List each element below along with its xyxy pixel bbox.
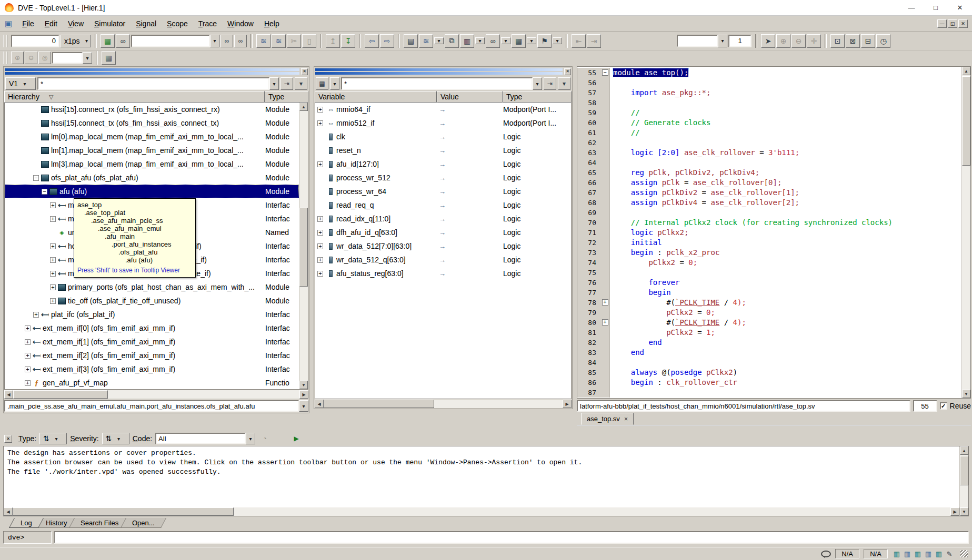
variable-row[interactable]: clk→Logic: [315, 130, 571, 144]
tree-row[interactable]: +⟷ext_mem_if[2] (ofs_fim_emif_axi_mm_if)…: [5, 349, 299, 362]
expand-icon[interactable]: +: [25, 366, 31, 372]
schematic-button[interactable]: ▦: [101, 34, 115, 48]
maximize-button[interactable]: □: [924, 0, 948, 15]
source-pane-button[interactable]: ▥: [460, 34, 474, 48]
tab-close-icon[interactable]: ×: [624, 415, 628, 423]
chevron-down-icon[interactable]: ▾: [533, 77, 542, 90]
wave-pane-dropdown[interactable]: ▾: [434, 37, 444, 44]
pin-button[interactable]: ⚑: [537, 34, 552, 48]
fold-expand-icon[interactable]: +: [602, 319, 608, 325]
scroll-thumb[interactable]: [299, 208, 308, 287]
scope-combo-input[interactable]: [677, 35, 718, 47]
find-next-button[interactable]: ∞: [221, 35, 233, 47]
tree-row[interactable]: +⟷ext_mem_if[1] (ofs_fim_emif_axi_mm_if)…: [5, 335, 299, 349]
value-arrow-icon[interactable]: →: [439, 229, 446, 237]
tree-row[interactable]: −afu (afu)Module: [5, 185, 299, 198]
resize-grip[interactable]: [960, 550, 968, 557]
expand-icon[interactable]: +: [317, 161, 323, 167]
code-line[interactable]: 79 pClkx2 = 0;: [577, 308, 961, 318]
expand-icon[interactable]: +: [25, 325, 31, 331]
mdi-minimize-button[interactable]: —: [937, 19, 947, 28]
tree-row[interactable]: lm[3].map_local_mem (map_fim_emif_axi_mm…: [5, 157, 299, 171]
tab-ase-top-sv[interactable]: ase_top.sv ×: [581, 413, 634, 425]
variable-row[interactable]: +dfh_afu_id_q[63:0]→Logic: [315, 226, 571, 239]
value-arrow-icon[interactable]: →: [439, 119, 446, 127]
time-unit-dropdown[interactable]: x1ps ▾: [61, 35, 91, 47]
scroll-down-icon[interactable]: ▼: [962, 390, 970, 398]
expand-icon[interactable]: +: [317, 243, 323, 249]
type-filter-dropdown[interactable]: ⇅ ▾: [39, 433, 67, 444]
zoom-out-time-button[interactable]: ⊖: [25, 52, 37, 64]
code-line[interactable]: 66 assign pClk = ase_clk_rollover[0];: [577, 178, 961, 188]
variable-row[interactable]: +⇔mmio64_if→Modport(Port I...: [315, 103, 571, 116]
tree-row[interactable]: lm[0].map_local_mem (map_fim_emif_axi_mm…: [5, 130, 299, 144]
status-icon-5[interactable]: ▦: [934, 549, 944, 558]
hierarchy-dock-handle[interactable]: ✕: [5, 68, 308, 75]
hierarchy-vscrollbar[interactable]: ▲ ▼: [299, 103, 308, 389]
tree-row[interactable]: hssi[15].connect_tx (ofs_fim_hssi_axis_c…: [5, 116, 299, 130]
code-line[interactable]: 84: [577, 358, 961, 368]
code-line[interactable]: 58: [577, 98, 961, 108]
value-column-header[interactable]: Value: [437, 91, 503, 103]
add-to-group-button[interactable]: ≋: [272, 34, 286, 48]
hierarchy-hscrollbar[interactable]: ◀ ▶: [4, 390, 308, 399]
expand-icon[interactable]: +: [317, 107, 323, 113]
tree-row[interactable]: −ofs_plat_afu (ofs_plat_afu)Module: [5, 171, 299, 185]
filter-apply-button[interactable]: ⇥: [544, 77, 556, 90]
code-filter-combo[interactable]: All ▾: [155, 433, 255, 444]
toolbar-grip[interactable]: [3, 52, 7, 64]
code-line[interactable]: 81 pClkx2 = 1;: [577, 328, 961, 338]
code-line[interactable]: 68 assign pClkDiv4 = ase_clk_rollover[2]…: [577, 198, 961, 208]
value-arrow-icon[interactable]: →: [439, 133, 446, 141]
expand-icon[interactable]: +: [317, 257, 323, 263]
dock-left-button[interactable]: ⇤: [572, 34, 586, 48]
console-tab-open-[interactable]: Open...: [121, 518, 166, 528]
value-arrow-icon[interactable]: →: [439, 160, 446, 168]
variable-row[interactable]: +wr_data_512_q[63:0]→Logic: [315, 253, 571, 267]
scroll-right-icon[interactable]: ▶: [563, 400, 572, 408]
close-button[interactable]: ✕: [948, 0, 972, 15]
expand-icon[interactable]: +: [317, 230, 323, 236]
filter-apply-button[interactable]: ⇥: [280, 77, 293, 90]
collapse-icon[interactable]: −: [33, 175, 39, 181]
expand-icon[interactable]: +: [50, 298, 56, 304]
refresh-icon[interactable]: ◔: [258, 432, 271, 445]
code-line[interactable]: 77 begin: [577, 288, 961, 298]
expand-icon[interactable]: +: [25, 339, 31, 345]
variable-row[interactable]: +wr_data_512[7:0][63:0]→Logic: [315, 239, 571, 253]
zoom-out-button[interactable]: ⊖: [791, 34, 806, 48]
scroll-thumb[interactable]: [962, 76, 970, 166]
chevron-down-icon[interactable]: ▾: [83, 52, 92, 64]
source-vscrollbar[interactable]: ▲ ▼: [961, 67, 970, 398]
time-input[interactable]: [11, 35, 59, 47]
status-icon-1[interactable]: ▦: [892, 549, 901, 558]
load-session-button[interactable]: ↧: [341, 34, 355, 48]
code-line[interactable]: 72 initial: [577, 238, 961, 248]
chevron-down-icon[interactable]: ▾: [210, 35, 219, 47]
code-line[interactable]: 86 begin : clk_rollover_ctr: [577, 378, 961, 388]
tree-row[interactable]: hssi[15].connect_rx (ofs_fim_hssi_axis_c…: [5, 103, 299, 116]
scroll-thumb[interactable]: [13, 507, 234, 516]
code-line[interactable]: 73 begin : pclk_x2_proc: [577, 248, 961, 258]
expand-icon[interactable]: +: [50, 216, 56, 222]
console-pane-button[interactable]: ▤: [404, 34, 418, 48]
expand-icon[interactable]: +: [50, 271, 56, 277]
chevron-down-icon[interactable]: ▾: [299, 400, 308, 412]
hierarchy-filter-combo[interactable]: * ▾: [37, 77, 279, 90]
scope-combo[interactable]: ▾: [677, 35, 727, 47]
log-hscrollbar[interactable]: ◀ ▶: [4, 507, 959, 516]
tree-row[interactable]: +primary_ports (ofs_plat_host_chan_as_ax…: [5, 280, 299, 294]
status-icon-2[interactable]: ▦: [903, 549, 912, 558]
wave-pane-button[interactable]: ≋: [419, 34, 433, 48]
list-pane-button[interactable]: ▦: [512, 34, 526, 48]
variable-view-dropdown[interactable]: ▾: [330, 77, 339, 90]
code-line[interactable]: 60 // Generate clocks: [577, 118, 961, 128]
fold-collapse-icon[interactable]: −: [602, 69, 608, 76]
tree-row[interactable]: +tie_off (ofs_plat_if_tie_off_unused)Mod…: [5, 294, 299, 308]
code-line[interactable]: 63 logic [2:0] ase_clk_rollover = 3'b111…: [577, 148, 961, 158]
expand-icon[interactable]: +: [33, 312, 39, 318]
variable-row[interactable]: +⇔mmio512_if→Modport(Port I...: [315, 116, 571, 130]
schematic-pane-button[interactable]: ⧉: [445, 34, 459, 48]
status-icon-6[interactable]: ✎: [945, 549, 954, 558]
variables-filter-value[interactable]: *: [341, 77, 533, 90]
